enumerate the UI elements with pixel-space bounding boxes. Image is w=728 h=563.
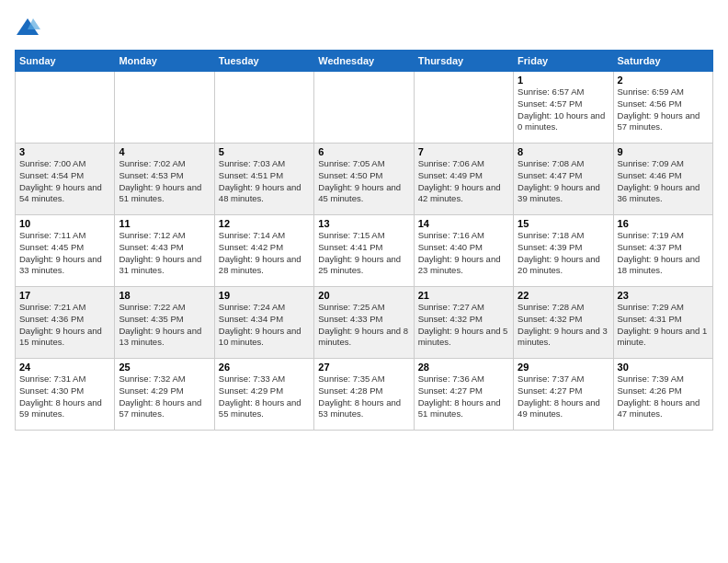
calendar-cell: 30Sunrise: 7:39 AM Sunset: 4:26 PM Dayli…	[613, 359, 712, 431]
day-number: 15	[518, 218, 609, 229]
day-info: Sunrise: 7:32 AM Sunset: 4:29 PM Dayligh…	[119, 373, 210, 420]
day-info: Sunrise: 7:12 AM Sunset: 4:43 PM Dayligh…	[119, 230, 210, 277]
day-info: Sunrise: 7:29 AM Sunset: 4:31 PM Dayligh…	[618, 302, 709, 349]
calendar-cell: 12Sunrise: 7:14 AM Sunset: 4:42 PM Dayli…	[214, 215, 313, 287]
day-info: Sunrise: 7:05 AM Sunset: 4:50 PM Dayligh…	[318, 158, 409, 205]
day-number: 27	[318, 362, 409, 373]
weekday-header: Monday	[115, 51, 214, 72]
day-number: 11	[119, 218, 210, 229]
calendar-cell: 2Sunrise: 6:59 AM Sunset: 4:56 PM Daylig…	[613, 72, 712, 144]
calendar-cell: 14Sunrise: 7:16 AM Sunset: 4:40 PM Dayli…	[414, 215, 513, 287]
calendar-cell: 15Sunrise: 7:18 AM Sunset: 4:39 PM Dayli…	[514, 215, 613, 287]
day-number: 30	[618, 362, 709, 373]
calendar-cell: 21Sunrise: 7:27 AM Sunset: 4:32 PM Dayli…	[414, 287, 513, 359]
day-info: Sunrise: 7:22 AM Sunset: 4:35 PM Dayligh…	[119, 302, 210, 349]
calendar-header-row: SundayMondayTuesdayWednesdayThursdayFrid…	[16, 51, 713, 72]
day-info: Sunrise: 7:11 AM Sunset: 4:45 PM Dayligh…	[19, 230, 110, 277]
weekday-header: Tuesday	[214, 51, 313, 72]
day-number: 8	[518, 146, 609, 157]
calendar-cell: 6Sunrise: 7:05 AM Sunset: 4:50 PM Daylig…	[314, 144, 414, 215]
day-number: 20	[318, 290, 409, 301]
day-info: Sunrise: 6:57 AM Sunset: 4:57 PM Dayligh…	[518, 86, 609, 133]
calendar-cell: 13Sunrise: 7:15 AM Sunset: 4:41 PM Dayli…	[314, 215, 414, 287]
day-number: 24	[19, 362, 110, 373]
calendar-cell: 25Sunrise: 7:32 AM Sunset: 4:29 PM Dayli…	[115, 359, 214, 431]
weekday-header: Friday	[514, 51, 613, 72]
calendar-cell: 22Sunrise: 7:28 AM Sunset: 4:32 PM Dayli…	[514, 287, 613, 359]
calendar-cell: 20Sunrise: 7:25 AM Sunset: 4:33 PM Dayli…	[314, 287, 414, 359]
weekday-header: Wednesday	[314, 51, 414, 72]
calendar-week-row: 17Sunrise: 7:21 AM Sunset: 4:36 PM Dayli…	[16, 287, 713, 359]
calendar-cell	[16, 72, 115, 144]
calendar-cell	[214, 72, 313, 144]
calendar-cell	[115, 72, 214, 144]
calendar-week-row: 10Sunrise: 7:11 AM Sunset: 4:45 PM Dayli…	[16, 215, 713, 287]
calendar-cell	[414, 72, 513, 144]
calendar-cell: 5Sunrise: 7:03 AM Sunset: 4:51 PM Daylig…	[214, 144, 313, 215]
calendar-cell: 27Sunrise: 7:35 AM Sunset: 4:28 PM Dayli…	[314, 359, 414, 431]
day-info: Sunrise: 7:02 AM Sunset: 4:53 PM Dayligh…	[119, 158, 210, 205]
day-number: 28	[418, 362, 509, 373]
weekday-header: Saturday	[613, 51, 712, 72]
day-info: Sunrise: 7:33 AM Sunset: 4:29 PM Dayligh…	[219, 373, 310, 420]
day-number: 17	[19, 290, 110, 301]
day-number: 7	[418, 146, 509, 157]
day-number: 10	[19, 218, 110, 229]
day-number: 3	[19, 146, 110, 157]
day-info: Sunrise: 7:21 AM Sunset: 4:36 PM Dayligh…	[19, 302, 110, 349]
day-info: Sunrise: 7:09 AM Sunset: 4:46 PM Dayligh…	[618, 158, 709, 205]
day-info: Sunrise: 7:39 AM Sunset: 4:26 PM Dayligh…	[618, 373, 709, 420]
weekday-header: Thursday	[414, 51, 513, 72]
day-info: Sunrise: 7:36 AM Sunset: 4:27 PM Dayligh…	[418, 373, 509, 420]
calendar-cell: 18Sunrise: 7:22 AM Sunset: 4:35 PM Dayli…	[115, 287, 214, 359]
day-number: 14	[418, 218, 509, 229]
calendar-cell: 24Sunrise: 7:31 AM Sunset: 4:30 PM Dayli…	[16, 359, 115, 431]
day-number: 13	[318, 218, 409, 229]
page: SundayMondayTuesdayWednesdayThursdayFrid…	[0, 0, 728, 563]
day-number: 2	[618, 75, 709, 86]
day-info: Sunrise: 7:03 AM Sunset: 4:51 PM Dayligh…	[219, 158, 310, 205]
day-info: Sunrise: 7:14 AM Sunset: 4:42 PM Dayligh…	[219, 230, 310, 277]
day-number: 9	[618, 146, 709, 157]
day-number: 1	[518, 75, 609, 86]
logo-icon	[15, 15, 40, 40]
day-info: Sunrise: 7:15 AM Sunset: 4:41 PM Dayligh…	[318, 230, 409, 277]
day-number: 16	[618, 218, 709, 229]
day-info: Sunrise: 7:16 AM Sunset: 4:40 PM Dayligh…	[418, 230, 509, 277]
calendar-cell: 9Sunrise: 7:09 AM Sunset: 4:46 PM Daylig…	[613, 144, 712, 215]
calendar-cell	[314, 72, 414, 144]
day-number: 12	[219, 218, 310, 229]
logo	[15, 15, 42, 40]
day-info: Sunrise: 7:06 AM Sunset: 4:49 PM Dayligh…	[418, 158, 509, 205]
calendar-week-row: 24Sunrise: 7:31 AM Sunset: 4:30 PM Dayli…	[16, 359, 713, 431]
day-info: Sunrise: 7:28 AM Sunset: 4:32 PM Dayligh…	[518, 302, 609, 349]
calendar-cell: 17Sunrise: 7:21 AM Sunset: 4:36 PM Dayli…	[16, 287, 115, 359]
calendar-week-row: 3Sunrise: 7:00 AM Sunset: 4:54 PM Daylig…	[16, 144, 713, 215]
day-number: 6	[318, 146, 409, 157]
day-number: 25	[119, 362, 210, 373]
day-info: Sunrise: 7:27 AM Sunset: 4:32 PM Dayligh…	[418, 302, 509, 349]
day-number: 4	[119, 146, 210, 157]
calendar-cell: 23Sunrise: 7:29 AM Sunset: 4:31 PM Dayli…	[613, 287, 712, 359]
day-number: 22	[518, 290, 609, 301]
day-info: Sunrise: 7:00 AM Sunset: 4:54 PM Dayligh…	[19, 158, 110, 205]
day-info: Sunrise: 7:35 AM Sunset: 4:28 PM Dayligh…	[318, 373, 409, 420]
day-number: 23	[618, 290, 709, 301]
day-number: 5	[219, 146, 310, 157]
day-info: Sunrise: 7:24 AM Sunset: 4:34 PM Dayligh…	[219, 302, 310, 349]
calendar-cell: 7Sunrise: 7:06 AM Sunset: 4:49 PM Daylig…	[414, 144, 513, 215]
calendar-cell: 10Sunrise: 7:11 AM Sunset: 4:45 PM Dayli…	[16, 215, 115, 287]
day-number: 26	[219, 362, 310, 373]
calendar-cell: 8Sunrise: 7:08 AM Sunset: 4:47 PM Daylig…	[514, 144, 613, 215]
day-info: Sunrise: 7:19 AM Sunset: 4:37 PM Dayligh…	[618, 230, 709, 277]
calendar-cell: 1Sunrise: 6:57 AM Sunset: 4:57 PM Daylig…	[514, 72, 613, 144]
calendar-cell: 4Sunrise: 7:02 AM Sunset: 4:53 PM Daylig…	[115, 144, 214, 215]
day-number: 21	[418, 290, 509, 301]
day-info: Sunrise: 7:18 AM Sunset: 4:39 PM Dayligh…	[518, 230, 609, 277]
weekday-header: Sunday	[16, 51, 115, 72]
day-info: Sunrise: 6:59 AM Sunset: 4:56 PM Dayligh…	[618, 86, 709, 133]
day-info: Sunrise: 7:25 AM Sunset: 4:33 PM Dayligh…	[318, 302, 409, 349]
day-info: Sunrise: 7:37 AM Sunset: 4:27 PM Dayligh…	[518, 373, 609, 420]
day-number: 29	[518, 362, 609, 373]
header	[15, 15, 713, 40]
